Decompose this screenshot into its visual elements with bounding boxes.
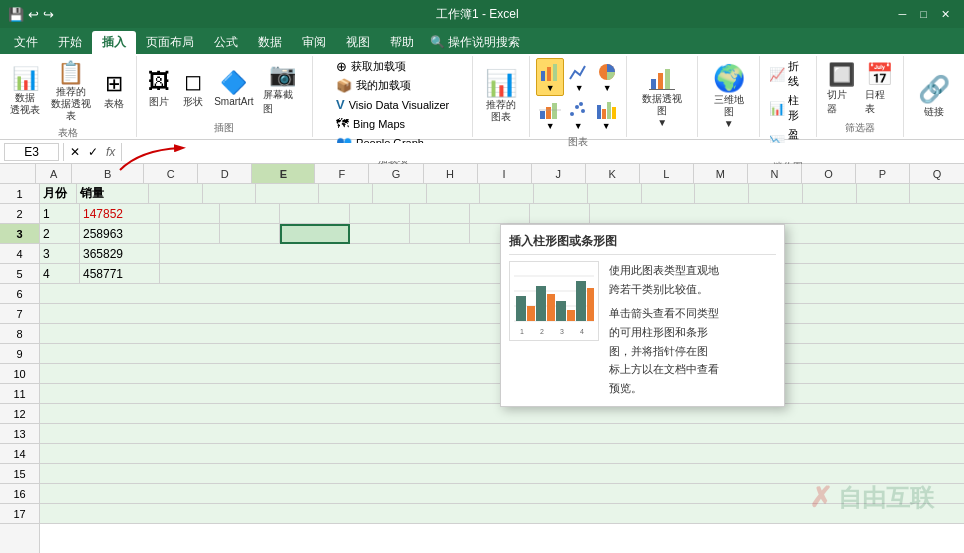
row-num-15[interactable]: 15 bbox=[0, 464, 39, 484]
bing-maps-btn[interactable]: 🗺 Bing Maps bbox=[332, 115, 453, 132]
cell-g3[interactable] bbox=[410, 224, 470, 244]
hierarchy-chart-btn[interactable]: ▼ bbox=[537, 97, 563, 133]
row-num-1[interactable]: 1 bbox=[0, 184, 39, 204]
save-icon[interactable]: 💾 bbox=[8, 7, 24, 22]
cell-d3[interactable] bbox=[220, 224, 280, 244]
cell-p1[interactable] bbox=[857, 184, 911, 204]
col-header-o[interactable]: O bbox=[802, 164, 856, 183]
cell-q1[interactable] bbox=[910, 184, 964, 204]
more-charts-btn[interactable]: ▼ bbox=[593, 97, 619, 133]
row-num-17[interactable]: 17 bbox=[0, 504, 39, 524]
cell-h2[interactable] bbox=[470, 204, 530, 224]
cell-m1[interactable] bbox=[695, 184, 749, 204]
maximize-btn[interactable]: □ bbox=[914, 8, 933, 21]
cell-b1[interactable]: 销量 bbox=[77, 184, 149, 204]
tab-review[interactable]: 审阅 bbox=[292, 31, 336, 54]
cell-d1[interactable] bbox=[203, 184, 257, 204]
my-addins-btn[interactable]: 📦 我的加载项 bbox=[332, 77, 453, 94]
row-num-16[interactable]: 16 bbox=[0, 484, 39, 504]
row-num-12[interactable]: 12 bbox=[0, 404, 39, 424]
quick-access[interactable]: 💾 ↩ ↪ bbox=[8, 7, 54, 22]
cell-b5[interactable]: 458771 bbox=[80, 264, 160, 284]
visio-btn[interactable]: V Visio Data Visualizer bbox=[332, 96, 453, 113]
cell-k1[interactable] bbox=[588, 184, 642, 204]
get-addins-btn[interactable]: ⊕ 获取加载项 bbox=[332, 58, 453, 75]
cell-e3-selected[interactable] bbox=[280, 224, 350, 244]
cell-g1[interactable] bbox=[373, 184, 427, 204]
shapes-btn[interactable]: ◻ 形状 bbox=[177, 67, 209, 111]
cell-n1[interactable] bbox=[749, 184, 803, 204]
timeline-btn[interactable]: 📅 日程表 bbox=[861, 60, 897, 118]
tab-insert[interactable]: 插入 bbox=[92, 31, 136, 54]
recommended-pivot-btn[interactable]: 📋 推荐的数据透视表 bbox=[46, 58, 96, 124]
tab-file[interactable]: 文件 bbox=[4, 31, 48, 54]
cell-j1[interactable] bbox=[534, 184, 588, 204]
col-sparkline-btn[interactable]: 📊 柱形 bbox=[766, 92, 810, 124]
column-chart-btn[interactable]: ▼ bbox=[536, 58, 564, 96]
cell-c2[interactable] bbox=[160, 204, 220, 224]
scatter-chart-btn[interactable]: ▼ bbox=[565, 97, 591, 133]
col-header-m[interactable]: M bbox=[694, 164, 748, 183]
pivot-chart-btn[interactable]: 数据透视图▼ bbox=[633, 63, 691, 131]
cell-o1[interactable] bbox=[803, 184, 857, 204]
col-header-j[interactable]: J bbox=[532, 164, 586, 183]
row-num-4[interactable]: 4 bbox=[0, 244, 39, 264]
col-header-b[interactable]: B bbox=[72, 164, 144, 183]
cell-e1[interactable] bbox=[256, 184, 319, 204]
row-num-5[interactable]: 5 bbox=[0, 264, 39, 284]
cell-g2[interactable] bbox=[410, 204, 470, 224]
cell-b2[interactable]: 147852 bbox=[80, 204, 160, 224]
link-btn[interactable]: 🔗 链接 bbox=[912, 72, 956, 121]
col-header-i[interactable]: I bbox=[478, 164, 532, 183]
formula-input[interactable] bbox=[126, 143, 960, 161]
function-button[interactable]: fx bbox=[104, 145, 117, 159]
tab-data[interactable]: 数据 bbox=[248, 31, 292, 54]
smartart-btn[interactable]: 🔷 SmartArt bbox=[211, 68, 257, 109]
pie-chart-btn[interactable]: ▼ bbox=[594, 59, 620, 95]
row-num-8[interactable]: 8 bbox=[0, 324, 39, 344]
row-num-9[interactable]: 9 bbox=[0, 344, 39, 364]
cell-a3[interactable]: 2 bbox=[40, 224, 80, 244]
row-num-13[interactable]: 13 bbox=[0, 424, 39, 444]
col-header-p[interactable]: P bbox=[856, 164, 910, 183]
cell-a1[interactable]: 月份 bbox=[40, 184, 77, 204]
col-header-q[interactable]: Q bbox=[910, 164, 964, 183]
cell-a2[interactable]: 1 bbox=[40, 204, 80, 224]
tab-formula[interactable]: 公式 bbox=[204, 31, 248, 54]
cell-c3[interactable] bbox=[160, 224, 220, 244]
cell-c1[interactable] bbox=[149, 184, 203, 204]
row-num-11[interactable]: 11 bbox=[0, 384, 39, 404]
close-btn[interactable]: ✕ bbox=[935, 8, 956, 21]
search-box[interactable]: 🔍 操作说明搜索 bbox=[424, 31, 526, 54]
tab-help[interactable]: 帮助 bbox=[380, 31, 424, 54]
row-num-2[interactable]: 2 bbox=[0, 204, 39, 224]
cell-l1[interactable] bbox=[642, 184, 696, 204]
cell-b3[interactable]: 258963 bbox=[80, 224, 160, 244]
minimize-btn[interactable]: ─ bbox=[893, 8, 913, 21]
cell-h1[interactable] bbox=[427, 184, 481, 204]
undo-icon[interactable]: ↩ bbox=[28, 7, 39, 22]
cell-d2[interactable] bbox=[220, 204, 280, 224]
recommended-charts-btn[interactable]: 📊 推荐的图表 bbox=[479, 66, 523, 125]
cell-f2[interactable] bbox=[350, 204, 410, 224]
line-chart-btn[interactable]: ▼ bbox=[566, 59, 592, 95]
col-header-a[interactable]: A bbox=[36, 164, 72, 183]
cell-f1[interactable] bbox=[319, 184, 373, 204]
confirm-button[interactable]: ✓ bbox=[86, 145, 100, 159]
3dmap-btn[interactable]: 🌍 三维地图▼ bbox=[704, 61, 753, 132]
row-num-7[interactable]: 7 bbox=[0, 304, 39, 324]
line-sparkline-btn[interactable]: 📈 折线 bbox=[766, 58, 810, 90]
cell-a5[interactable]: 4 bbox=[40, 264, 80, 284]
col-header-h[interactable]: H bbox=[424, 164, 478, 183]
table-btn[interactable]: ⊞ 表格 bbox=[98, 69, 130, 113]
cell-b4[interactable]: 365829 bbox=[80, 244, 160, 264]
col-header-k[interactable]: K bbox=[586, 164, 640, 183]
picture-btn[interactable]: 🖼 图片 bbox=[143, 67, 175, 111]
cell-i2[interactable] bbox=[530, 204, 590, 224]
fx-button[interactable]: ✕ bbox=[68, 145, 82, 159]
cell-ref-input[interactable] bbox=[4, 143, 59, 161]
cell-e2[interactable] bbox=[280, 204, 350, 224]
window-controls[interactable]: ─ □ ✕ bbox=[893, 8, 956, 21]
cell-f3[interactable] bbox=[350, 224, 410, 244]
cell-a4[interactable]: 3 bbox=[40, 244, 80, 264]
